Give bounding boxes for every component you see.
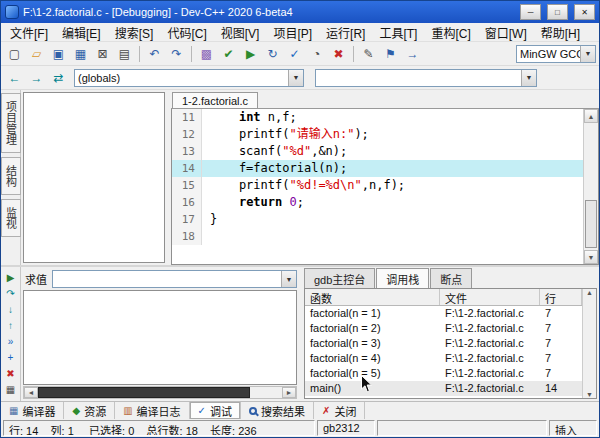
scroll-up-icon[interactable]: ▲: [584, 109, 598, 123]
chevron-down-icon[interactable]: ▼: [521, 70, 536, 86]
editor-tab[interactable]: 1-2.factorial.c: [172, 92, 258, 108]
goto-line-icon[interactable]: →: [402, 44, 423, 64]
run-to-cursor-icon[interactable]: »: [3, 335, 18, 348]
tab-resources[interactable]: ◆资源: [64, 402, 115, 419]
step-over-icon[interactable]: ↷: [3, 287, 18, 300]
step-out-icon[interactable]: ↑: [3, 319, 18, 332]
code-editor[interactable]: 11 int n,f;12 printf("请输入n:");13 scanf("…: [172, 109, 583, 264]
code-line[interactable]: 17}: [172, 211, 583, 228]
debug-continue-icon[interactable]: ▶: [3, 271, 18, 284]
scroll-track[interactable]: [250, 387, 282, 398]
undo-icon[interactable]: ↶: [144, 44, 165, 64]
code-line[interactable]: 11 int n,f;: [172, 109, 583, 126]
table-row[interactable]: factorial(n = 3)F:\1-2.factorial.c7: [305, 336, 582, 351]
close-file-icon[interactable]: ⊠: [92, 44, 113, 64]
menu-item[interactable]: 视图[V]: [214, 23, 267, 42]
redo-icon[interactable]: ↷: [166, 44, 187, 64]
menu-item[interactable]: 帮助[H]: [534, 23, 587, 42]
insert-snippet-icon[interactable]: ✎: [358, 44, 379, 64]
sidebar-tab[interactable]: 监视: [1, 199, 21, 237]
line-number[interactable]: 15: [172, 177, 202, 194]
run-icon[interactable]: ✔: [218, 44, 239, 64]
code-line[interactable]: 15 printf("%d!=%d\n",n,f);: [172, 177, 583, 194]
maximize-button[interactable]: □: [547, 4, 568, 20]
globals-select[interactable]: (globals) ▼: [74, 69, 304, 87]
debug-tab[interactable]: gdb主控台: [304, 268, 375, 288]
debug-icon[interactable]: ✓: [284, 44, 305, 64]
scroll-down-icon[interactable]: ▼: [584, 250, 598, 264]
scroll-right-icon[interactable]: ►: [282, 387, 296, 398]
menu-item[interactable]: 窗口[W]: [478, 23, 534, 42]
line-number[interactable]: 17: [172, 211, 202, 228]
menu-item[interactable]: 项目[P]: [266, 23, 319, 42]
menu-item[interactable]: 编辑[E]: [55, 23, 108, 42]
menu-item[interactable]: 重构[C]: [424, 23, 477, 42]
debug-tab[interactable]: 断点: [430, 268, 472, 288]
chevron-down-icon[interactable]: ▼: [580, 46, 595, 62]
stop-icon[interactable]: ✖: [328, 44, 349, 64]
table-row[interactable]: factorial(n = 5)F:\1-2.factorial.c7: [305, 366, 582, 381]
table-row[interactable]: factorial(n = 2)F:\1-2.factorial.c7: [305, 321, 582, 336]
compiler-select[interactable]: MinGW GCC 9 ▼: [516, 45, 596, 63]
stop-execution-icon[interactable]: ✖: [3, 367, 18, 380]
print-icon[interactable]: ▤: [114, 44, 135, 64]
column-header[interactable]: 行: [540, 289, 582, 305]
evaluate-input[interactable]: ▼: [52, 270, 297, 288]
code-line[interactable]: 14 f=factorial(n);: [172, 160, 583, 177]
tab-compile-log[interactable]: ▥编译日志: [115, 402, 189, 419]
line-number[interactable]: 16: [172, 194, 202, 211]
swap-header-source-icon[interactable]: ⇄: [48, 68, 69, 88]
chevron-down-icon[interactable]: ▼: [288, 70, 303, 86]
sidebar-tab[interactable]: 结构: [1, 157, 21, 195]
rebuild-icon[interactable]: ↻: [262, 44, 283, 64]
scroll-up-icon[interactable]: ▲: [586, 289, 593, 296]
bookmark-icon[interactable]: ⚑: [380, 44, 401, 64]
members-select[interactable]: ▼: [315, 69, 537, 87]
line-number[interactable]: 13: [172, 143, 202, 160]
close-button[interactable]: ✕: [574, 4, 595, 20]
tab-close[interactable]: ✗关闭: [314, 402, 365, 419]
menu-item[interactable]: 运行[R]: [319, 23, 372, 42]
menu-item[interactable]: 文件[F]: [3, 23, 55, 42]
evaluate-output[interactable]: [23, 290, 297, 385]
new-file-icon[interactable]: ▢: [4, 44, 25, 64]
view-cpu-icon[interactable]: ▦: [3, 383, 18, 396]
minimize-button[interactable]: ─: [520, 4, 541, 20]
debug-tab[interactable]: 调用栈: [376, 268, 429, 288]
save-icon[interactable]: ▣: [48, 44, 69, 64]
goto-definition-icon[interactable]: →: [26, 68, 47, 88]
scroll-down-icon[interactable]: ▼: [586, 391, 593, 398]
save-all-icon[interactable]: ▦: [70, 44, 91, 64]
tab-compiler[interactable]: ▦编译器: [1, 402, 64, 419]
scroll-thumb[interactable]: [585, 200, 597, 248]
table-row[interactable]: factorial(n = 4)F:\1-2.factorial.c7: [305, 351, 582, 366]
code-line[interactable]: 16 return 0;: [172, 194, 583, 211]
menu-item[interactable]: 工具[T]: [372, 23, 424, 42]
compile-icon[interactable]: ▩: [196, 44, 217, 64]
watch-horizontal-scrollbar[interactable]: ◄ ►: [23, 386, 297, 399]
menu-item[interactable]: 搜索[S]: [108, 23, 161, 42]
menu-item[interactable]: 代码[C]: [160, 23, 213, 42]
scroll-left-icon[interactable]: ◄: [24, 387, 38, 398]
profile-icon[interactable]: ◔: [306, 44, 327, 64]
line-number[interactable]: 18: [172, 228, 202, 245]
line-number[interactable]: 11: [172, 109, 202, 126]
line-number[interactable]: 12: [172, 126, 202, 143]
code-line[interactable]: 18: [172, 228, 583, 245]
table-row[interactable]: factorial(n = 1)F:\1-2.factorial.c7: [305, 306, 582, 321]
line-number[interactable]: 14: [172, 160, 202, 177]
editor-vertical-scrollbar[interactable]: ▲ ▼: [583, 109, 598, 264]
table-row[interactable]: main()F:\1-2.factorial.c14: [305, 381, 582, 396]
tab-search-results[interactable]: 搜索结果: [241, 402, 314, 419]
code-line[interactable]: 12 printf("请输入n:");: [172, 126, 583, 143]
scroll-track[interactable]: [584, 123, 598, 250]
code-line[interactable]: 13 scanf("%d",&n);: [172, 143, 583, 160]
tab-debug[interactable]: ✓调试: [190, 402, 241, 419]
open-folder-icon[interactable]: ▱: [26, 44, 47, 64]
column-header[interactable]: 函数: [305, 289, 440, 305]
step-into-icon[interactable]: ↓: [3, 303, 18, 316]
column-header[interactable]: 文件: [440, 289, 540, 305]
goto-declaration-icon[interactable]: ←: [4, 68, 25, 88]
scroll-thumb[interactable]: [38, 387, 250, 398]
project-manager-panel[interactable]: [23, 92, 165, 263]
